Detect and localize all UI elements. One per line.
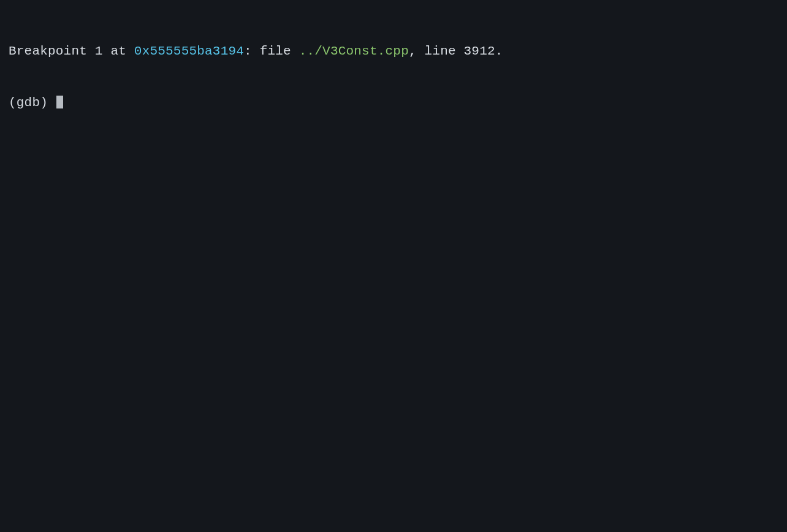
terminal-output[interactable]: Breakpoint 1 at 0x555555ba3194: file ../… <box>9 9 778 129</box>
breakpoint-suffix: , line 3912. <box>409 44 503 58</box>
cursor-block <box>56 96 63 108</box>
prompt-line[interactable]: (gdb) <box>9 94 778 112</box>
gdb-prompt: (gdb) <box>9 96 56 110</box>
breakpoint-line: Breakpoint 1 at 0x555555ba3194: file ../… <box>9 43 778 60</box>
breakpoint-address: 0x555555ba3194 <box>134 44 244 58</box>
breakpoint-file: ../V3Const.cpp <box>299 44 409 58</box>
breakpoint-prefix: Breakpoint 1 at <box>9 44 134 58</box>
breakpoint-mid: : file <box>244 44 299 58</box>
